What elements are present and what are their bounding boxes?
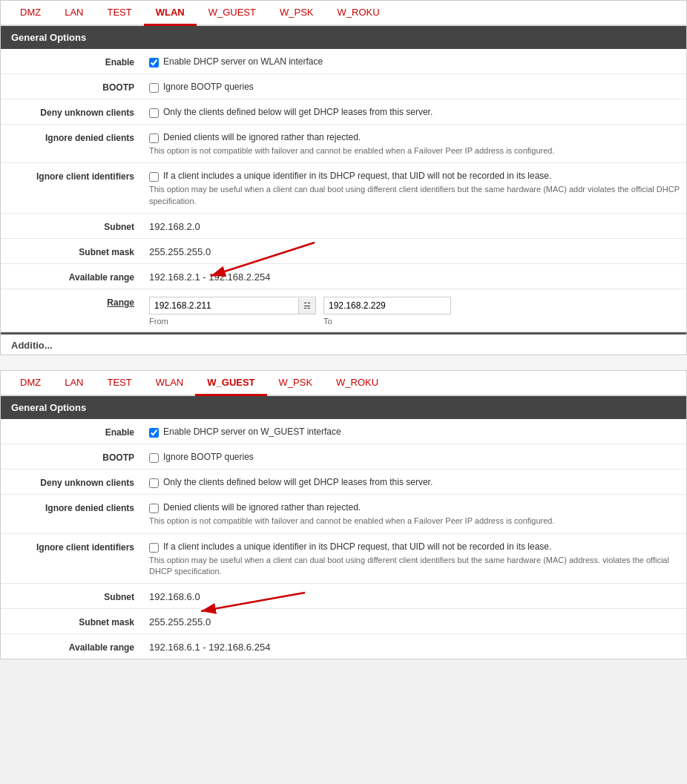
- content-availrange-wguest: 192.168.6.1 - 192.168.6.254: [149, 640, 686, 653]
- ignore-denied-wlan-hint: This option is not compatible with failo…: [149, 145, 686, 157]
- tab-test-2[interactable]: TEST: [95, 371, 143, 396]
- tab-lan-2[interactable]: LAN: [53, 371, 95, 396]
- checkbox-bootp-wlan[interactable]: [149, 83, 159, 93]
- row-ignore-id-wguest: Ignore client identifiers If a client in…: [1, 534, 686, 584]
- label-ignore-id-wlan: Ignore client identifiers: [1, 169, 149, 182]
- content-subnetmask-wlan: 255.255.255.0: [149, 245, 686, 257]
- checkbox-enable-wguest[interactable]: [149, 428, 159, 438]
- bootp-wguest-text: Ignore BOOTP queries: [163, 452, 254, 462]
- label-availrange-wlan: Available range: [1, 270, 149, 283]
- checkbox-enable-wlan[interactable]: [149, 58, 159, 67]
- content-ignore-id-wguest: If a client includes a unique identifier…: [149, 540, 686, 578]
- content-deny-wlan: Only the clients defined below will get …: [149, 105, 686, 118]
- label-subnetmask-wlan: Subnet mask: [1, 245, 149, 257]
- checkbox-ignore-denied-wlan[interactable]: [149, 134, 159, 143]
- checkbox-ignore-denied-wguest[interactable]: [149, 504, 159, 513]
- checkbox-ignore-id-wguest[interactable]: [149, 543, 159, 553]
- label-availrange-wguest: Available range: [1, 640, 149, 653]
- panel-wlan: DMZ LAN TEST WLAN W_GUEST W_PSK W_ROKU G…: [0, 0, 687, 355]
- label-subnetmask-wguest: Subnet mask: [1, 615, 149, 627]
- range-from-btn-wlan[interactable]: ☵: [298, 298, 315, 314]
- content-subnet-wlan: 192.168.2.0: [149, 220, 686, 232]
- label-enable-wguest: Enable: [1, 425, 149, 438]
- checkbox-ignore-id-wlan[interactable]: [149, 172, 159, 182]
- row-bootp-wlan: BOOTP Ignore BOOTP queries: [1, 74, 686, 99]
- tab-wlan[interactable]: WLAN: [144, 1, 197, 26]
- panel-wguest: DMZ LAN TEST WLAN W_GUEST W_PSK W_ROKU G…: [0, 370, 687, 659]
- label-ignore-denied-wguest: Ignore denied clients: [1, 501, 149, 513]
- bootp-wlan-text: Ignore BOOTP queries: [163, 82, 254, 92]
- tab-dmz-2[interactable]: DMZ: [8, 371, 53, 396]
- subnet-wlan-value: 192.168.2.0: [149, 221, 200, 232]
- range-from-label-wlan: From: [149, 317, 316, 326]
- cutoff-wlan-text: Additio...: [11, 340, 53, 351]
- row-enable-wguest: Enable Enable DHCP server on W_GUEST int…: [1, 419, 686, 444]
- range-to-group-wlan: To: [323, 297, 451, 326]
- tab-wlan-2[interactable]: WLAN: [144, 371, 196, 396]
- tab-dmz[interactable]: DMZ: [8, 1, 53, 26]
- deny-wlan-text: Only the clients defined below will get …: [163, 107, 433, 117]
- content-enable-wguest: Enable DHCP server on W_GUEST interface: [149, 425, 686, 438]
- range-to-input-wlan[interactable]: [324, 297, 450, 314]
- range-to-label-wlan: To: [323, 317, 451, 326]
- section-header-wlan: General Options: [1, 26, 686, 49]
- ignore-id-wguest-hint: This option may be useful when a client …: [149, 555, 686, 578]
- tab-wroku-2[interactable]: W_ROKU: [324, 371, 390, 396]
- ignore-denied-wlan-text: Denied clients will be ignored rather th…: [163, 132, 361, 142]
- range-to-wrapper-wlan: [323, 297, 451, 314]
- label-deny-wguest: Deny unknown clients: [1, 475, 149, 488]
- row-subnet-wlan: Subnet 192.168.2.0: [1, 214, 686, 239]
- range-label-wlan[interactable]: Range: [107, 297, 134, 308]
- cutoff-wlan: Additio...: [1, 332, 686, 355]
- tab-wguest[interactable]: W_GUEST: [197, 1, 268, 26]
- label-bootp-wguest: BOOTP: [1, 450, 149, 463]
- tab-wguest-2[interactable]: W_GUEST: [195, 371, 266, 396]
- row-availrange-wlan: Available range 192.168.2.1 - 192.168.2.…: [1, 264, 686, 289]
- content-deny-wguest: Only the clients defined below will get …: [149, 475, 686, 488]
- label-subnet-wlan: Subnet: [1, 220, 149, 232]
- label-subnet-wguest: Subnet: [1, 590, 149, 602]
- row-deny-wlan: Deny unknown clients Only the clients de…: [1, 99, 686, 125]
- ignore-denied-wguest-text: Denied clients will be ignored rather th…: [163, 502, 361, 513]
- ignore-id-wguest-text: If a client includes a unique identifier…: [163, 541, 551, 552]
- row-ignore-denied-wguest: Ignore denied clients Denied clients wil…: [1, 495, 686, 533]
- tab-wpsk-2[interactable]: W_PSK: [267, 371, 325, 396]
- availrange-wlan-value: 192.168.2.1 - 192.168.2.254: [149, 271, 270, 283]
- row-enable-wlan: Enable Enable DHCP server on WLAN interf…: [1, 49, 686, 74]
- content-subnet-wguest: 192.168.6.0: [149, 590, 686, 602]
- ignore-id-wlan-text: If a client includes a unique identifier…: [163, 171, 551, 181]
- range-from-group-wlan: ☵ From: [149, 297, 316, 326]
- row-deny-wguest: Deny unknown clients Only the clients de…: [1, 470, 686, 495]
- checkbox-deny-wguest[interactable]: [149, 478, 159, 488]
- label-bootp-wlan: BOOTP: [1, 80, 149, 93]
- enable-wguest-text: Enable DHCP server on W_GUEST interface: [163, 426, 341, 437]
- content-subnetmask-wguest: 255.255.255.0: [149, 615, 686, 627]
- range-from-input-wlan[interactable]: [150, 297, 298, 314]
- checkbox-bootp-wguest[interactable]: [149, 453, 159, 463]
- content-bootp-wguest: Ignore BOOTP queries: [149, 450, 686, 463]
- label-enable-wlan: Enable: [1, 55, 149, 67]
- row-bootp-wguest: BOOTP Ignore BOOTP queries: [1, 444, 686, 470]
- row-subnetmask-wguest: Subnet mask 255.255.255.0: [1, 609, 686, 634]
- row-availrange-wguest: Available range 192.168.6.1 - 192.168.6.…: [1, 634, 686, 659]
- range-from-wrapper-wlan: ☵: [149, 297, 316, 314]
- ignore-denied-wguest-hint: This option is not compatible with failo…: [149, 515, 686, 527]
- subnet-wguest-value: 192.168.6.0: [149, 591, 200, 602]
- content-ignore-denied-wguest: Denied clients will be ignored rather th…: [149, 501, 686, 527]
- checkbox-deny-wlan[interactable]: [149, 108, 159, 118]
- content-range-wlan: ☵ From To: [149, 295, 686, 326]
- label-ignore-denied-wlan: Ignore denied clients: [1, 131, 149, 143]
- range-inputs-wlan: ☵ From To: [149, 297, 686, 326]
- tab-test[interactable]: TEST: [95, 1, 143, 26]
- tab-wroku[interactable]: W_ROKU: [326, 1, 392, 26]
- label-deny-wlan: Deny unknown clients: [1, 105, 149, 118]
- availrange-wguest-value: 192.168.6.1 - 192.168.6.254: [149, 642, 270, 653]
- row-subnet-wguest: Subnet 192.168.6.0: [1, 584, 686, 609]
- section-header-wguest: General Options: [1, 396, 686, 419]
- tab-lan[interactable]: LAN: [53, 1, 95, 26]
- label-range-wlan: Range: [1, 295, 149, 308]
- tab-wpsk[interactable]: W_PSK: [268, 1, 326, 26]
- row-subnetmask-wlan: Subnet mask 255.255.255.0: [1, 239, 686, 264]
- content-ignore-denied-wlan: Denied clients will be ignored rather th…: [149, 131, 686, 157]
- subnetmask-wguest-value: 255.255.255.0: [149, 616, 211, 627]
